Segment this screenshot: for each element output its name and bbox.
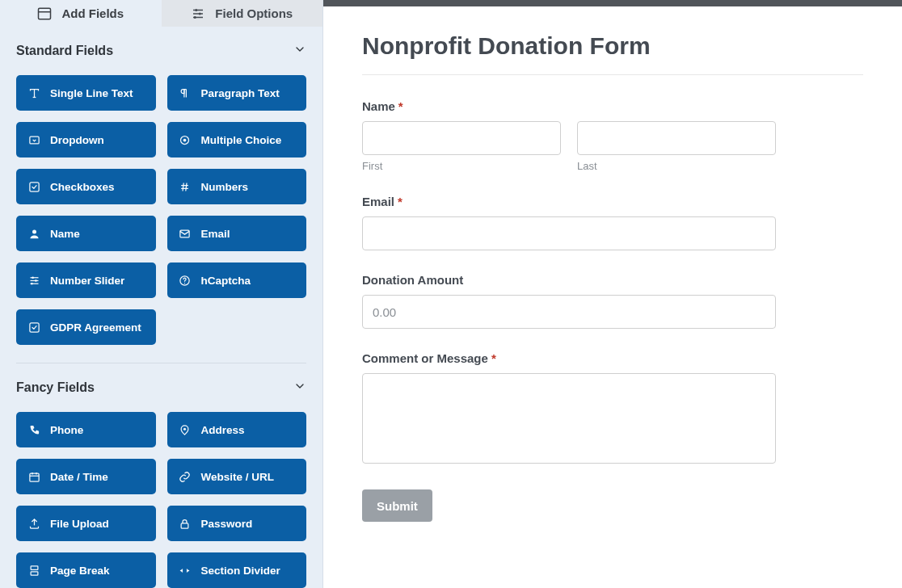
user-icon: [27, 227, 40, 240]
field-label: Numbers: [201, 181, 249, 193]
field-name[interactable]: Name: [16, 216, 156, 251]
tab-field-options-label: Field Options: [215, 6, 293, 20]
text-icon: [27, 86, 40, 99]
field-label: Address: [201, 424, 245, 436]
field-dropdown[interactable]: Dropdown: [16, 122, 156, 158]
field-label: Date / Time: [50, 471, 108, 483]
field-numbers[interactable]: Numbers: [167, 169, 307, 204]
field-name: Name* First Last: [362, 99, 863, 172]
title-divider: [362, 74, 863, 75]
section-standard-header[interactable]: Standard Fields: [16, 43, 306, 59]
tabs: Add Fields Field Options: [0, 0, 322, 27]
check-icon: [27, 180, 40, 193]
field-date-time[interactable]: Date / Time: [16, 459, 156, 494]
layout-icon: [37, 6, 52, 21]
section-fancy-header[interactable]: Fancy Fields: [16, 380, 306, 396]
field-section-divider[interactable]: Section Divider: [167, 552, 307, 588]
email-input[interactable]: [362, 216, 776, 250]
donation-amount-input[interactable]: [362, 295, 776, 329]
radio-icon: [179, 133, 192, 146]
chevron-down-icon: [293, 380, 306, 396]
field-label: hCaptcha: [201, 275, 251, 287]
upload-icon: [27, 517, 40, 530]
comment-textarea[interactable]: [362, 373, 776, 464]
field-website-url[interactable]: Website / URL: [167, 459, 307, 494]
field-address[interactable]: Address: [167, 412, 307, 447]
submit-button[interactable]: Submit: [362, 489, 432, 522]
field-checkboxes[interactable]: Checkboxes: [16, 169, 156, 204]
field-label: Dropdown: [50, 134, 104, 146]
field-single-line-text[interactable]: Single Line Text: [16, 75, 156, 111]
required-marker: *: [398, 195, 403, 208]
dropdown-icon: [27, 133, 40, 146]
field-label: Single Line Text: [50, 87, 133, 99]
divider-icon: [179, 564, 192, 577]
paragraph-icon: [179, 86, 192, 99]
field-label: Email: [201, 228, 230, 240]
required-marker: *: [398, 99, 403, 113]
sliders-icon: [27, 274, 40, 287]
section-standard: Standard Fields Single Line TextParagrap…: [0, 27, 322, 345]
name-label-text: Name: [362, 99, 395, 113]
section-fancy-title: Fancy Fields: [16, 380, 95, 395]
form-preview: Nonprofit Donation Form Name* First Last: [323, 6, 902, 588]
field-label: Paragraph Text: [201, 87, 280, 99]
tab-add-fields-label: Add Fields: [61, 6, 124, 20]
standard-fields-grid: Single Line TextParagraph TextDropdownMu…: [16, 75, 306, 345]
phone-icon: [27, 423, 40, 436]
pagebreak-icon: [27, 564, 40, 577]
comment-label: Comment or Message*: [362, 351, 863, 365]
tab-field-options[interactable]: Field Options: [162, 0, 323, 27]
sidebar: Add Fields Field Options Standard Fields…: [0, 0, 323, 588]
field-password[interactable]: Password: [167, 506, 307, 541]
field-label: GDPR Agreement: [50, 321, 141, 334]
field-page-break[interactable]: Page Break: [16, 552, 156, 588]
field-label: Website / URL: [201, 471, 275, 483]
hash-icon: [179, 180, 192, 193]
field-hcaptcha[interactable]: hCaptcha: [167, 262, 307, 298]
name-label: Name*: [362, 99, 863, 113]
donation-label: Donation Amount: [362, 273, 863, 287]
field-label: File Upload: [50, 518, 109, 530]
field-label: Password: [201, 518, 253, 530]
mail-icon: [179, 227, 192, 240]
field-gdpr-agreement[interactable]: GDPR Agreement: [16, 309, 156, 345]
last-sublabel: Last: [577, 160, 776, 172]
field-file-upload[interactable]: File Upload: [16, 506, 156, 541]
email-label-text: Email: [362, 195, 394, 208]
chevron-down-icon: [293, 43, 306, 59]
form-title: Nonprofit Donation Form: [362, 32, 863, 60]
field-donation-amount: Donation Amount: [362, 273, 863, 329]
field-label: Section Divider: [201, 565, 280, 577]
field-paragraph-text[interactable]: Paragraph Text: [167, 75, 307, 111]
check-icon: [27, 321, 40, 334]
email-label: Email*: [362, 195, 863, 208]
comment-label-text: Comment or Message: [362, 351, 488, 365]
field-phone[interactable]: Phone: [16, 412, 156, 447]
field-number-slider[interactable]: Number Slider: [16, 262, 156, 298]
field-label: Checkboxes: [50, 181, 115, 193]
field-label: Multiple Choice: [201, 134, 282, 146]
field-multiple-choice[interactable]: Multiple Choice: [167, 122, 307, 158]
first-sublabel: First: [362, 160, 561, 172]
field-email: Email*: [362, 195, 863, 250]
required-marker: *: [491, 351, 496, 365]
section-fancy: Fancy Fields PhoneAddressDate / TimeWebs…: [0, 363, 322, 588]
field-label: Page Break: [50, 565, 110, 577]
tab-add-fields[interactable]: Add Fields: [0, 0, 162, 27]
link-icon: [179, 470, 192, 483]
fancy-fields-grid: PhoneAddressDate / TimeWebsite / URLFile…: [16, 412, 306, 588]
section-standard-title: Standard Fields: [16, 44, 113, 58]
field-email[interactable]: Email: [167, 216, 307, 251]
calendar-icon: [27, 470, 40, 483]
preview-wrap: Nonprofit Donation Form Name* First Last: [323, 0, 902, 588]
help-icon: [179, 274, 192, 287]
field-label: Name: [50, 228, 80, 240]
last-name-input[interactable]: [577, 121, 776, 155]
first-name-input[interactable]: [362, 121, 561, 155]
sliders-icon: [191, 6, 205, 21]
field-label: Number Slider: [50, 275, 124, 287]
pin-icon: [179, 423, 192, 436]
field-label: Phone: [50, 424, 83, 436]
lock-icon: [179, 517, 192, 530]
